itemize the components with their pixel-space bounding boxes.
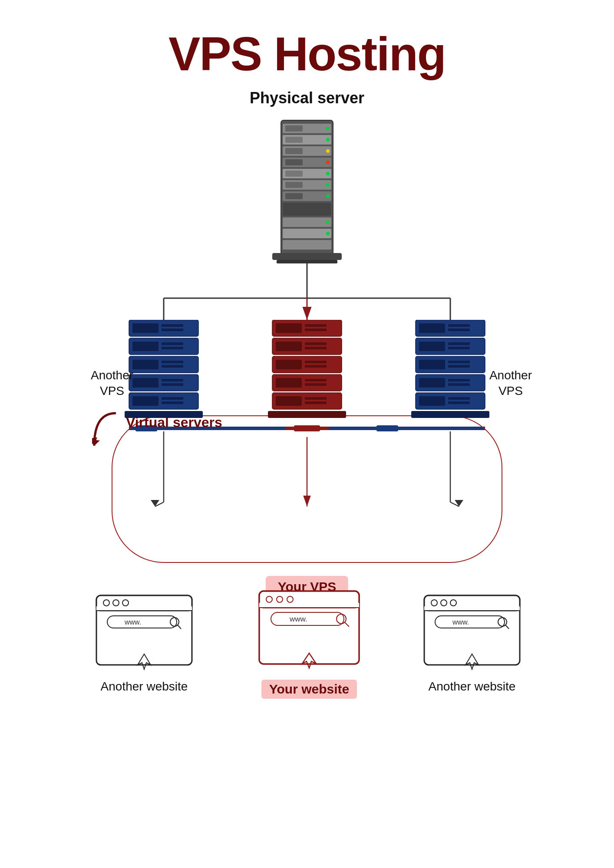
svg-rect-53 <box>132 323 158 333</box>
svg-point-12 <box>326 127 330 130</box>
svg-rect-70 <box>162 397 183 400</box>
svg-rect-75 <box>305 324 327 327</box>
svg-rect-141 <box>424 606 520 611</box>
svg-rect-62 <box>162 361 183 363</box>
svg-rect-66 <box>162 379 183 381</box>
svg-point-19 <box>326 220 330 224</box>
svg-rect-74 <box>276 323 302 333</box>
svg-rect-65 <box>132 378 158 388</box>
right-browser-label: Another website <box>429 680 516 694</box>
curved-arrow-icon <box>92 411 122 450</box>
svg-rect-84 <box>305 365 327 368</box>
svg-rect-67 <box>162 383 183 386</box>
svg-rect-107 <box>419 378 445 388</box>
svg-rect-71 <box>162 401 183 404</box>
svg-text:www.: www. <box>452 618 469 626</box>
svg-rect-22 <box>285 137 303 143</box>
svg-rect-129 <box>259 603 359 608</box>
another-vps-left-label: AnotherVPS <box>91 368 133 399</box>
svg-rect-92 <box>305 401 327 404</box>
svg-rect-122 <box>107 616 177 628</box>
svg-rect-8 <box>283 203 331 216</box>
svg-rect-117 <box>96 606 192 611</box>
svg-rect-108 <box>448 379 470 381</box>
svg-rect-10 <box>283 229 331 238</box>
svg-point-20 <box>326 232 330 235</box>
svg-point-15 <box>326 161 330 164</box>
svg-rect-21 <box>285 125 303 132</box>
center-vps-stack <box>268 320 346 421</box>
svg-point-13 <box>326 138 330 141</box>
svg-rect-109 <box>448 383 470 386</box>
svg-rect-23 <box>285 148 303 154</box>
svg-point-16 <box>326 172 330 175</box>
right-vps-stack <box>411 320 489 421</box>
svg-rect-57 <box>132 342 158 351</box>
svg-rect-78 <box>276 342 302 351</box>
svg-text:www.: www. <box>124 618 141 626</box>
svg-rect-111 <box>419 396 445 406</box>
svg-point-18 <box>326 194 330 198</box>
svg-rect-25 <box>285 171 303 177</box>
svg-rect-90 <box>276 396 302 406</box>
left-vps-stack <box>125 320 203 421</box>
svg-rect-97 <box>448 329 470 331</box>
svg-rect-26 <box>285 182 303 188</box>
svg-rect-103 <box>419 360 445 369</box>
svg-text:www.: www. <box>289 615 307 623</box>
svg-rect-24 <box>285 159 303 165</box>
left-browser-label: Another website <box>101 680 188 694</box>
svg-rect-99 <box>419 342 445 351</box>
svg-rect-83 <box>305 361 327 363</box>
svg-point-14 <box>326 149 330 153</box>
svg-rect-76 <box>305 329 327 331</box>
svg-rect-95 <box>419 323 445 333</box>
svg-rect-88 <box>305 383 327 386</box>
svg-rect-55 <box>162 329 183 331</box>
svg-rect-27 <box>285 193 303 199</box>
physical-server-icon <box>0 116 614 263</box>
physical-server-label: Physical server <box>0 89 614 107</box>
page-title: VPS Hosting <box>0 0 614 81</box>
svg-rect-87 <box>305 379 327 381</box>
svg-rect-80 <box>305 347 327 349</box>
svg-rect-101 <box>448 347 470 349</box>
svg-rect-146 <box>435 616 505 628</box>
svg-point-17 <box>326 183 330 187</box>
svg-rect-91 <box>305 397 327 400</box>
svg-rect-96 <box>448 324 470 327</box>
svg-rect-86 <box>276 378 302 388</box>
svg-rect-82 <box>276 360 302 369</box>
svg-rect-105 <box>448 365 470 368</box>
svg-rect-113 <box>448 401 470 404</box>
svg-rect-61 <box>132 360 158 369</box>
svg-rect-28 <box>272 253 342 260</box>
main-diagram: Virtual servers <box>68 263 546 758</box>
svg-rect-112 <box>448 397 470 400</box>
svg-rect-100 <box>448 342 470 345</box>
center-browser-label: Your website <box>261 680 357 699</box>
svg-rect-11 <box>283 240 331 250</box>
left-browser: www. Another website <box>94 593 194 694</box>
svg-rect-134 <box>271 612 344 625</box>
center-browser: www. Your website <box>257 589 361 699</box>
svg-rect-54 <box>162 324 183 327</box>
svg-rect-58 <box>162 342 183 345</box>
svg-rect-9 <box>283 217 331 227</box>
svg-rect-79 <box>305 342 327 345</box>
svg-rect-104 <box>448 361 470 363</box>
another-vps-right-label: AnotherVPS <box>489 368 532 399</box>
svg-rect-29 <box>277 260 337 263</box>
svg-rect-69 <box>132 396 158 406</box>
svg-rect-59 <box>162 347 183 349</box>
svg-rect-114 <box>411 411 489 418</box>
svg-rect-93 <box>268 411 346 418</box>
svg-rect-63 <box>162 365 183 368</box>
right-browser: www. Another website <box>422 593 522 694</box>
svg-rect-72 <box>125 411 203 418</box>
